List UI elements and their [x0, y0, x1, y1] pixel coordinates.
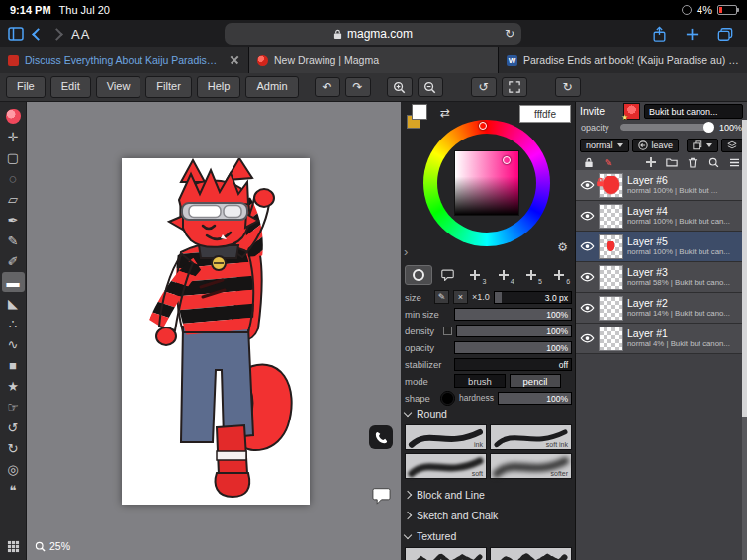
panel-options-button[interactable]: [721, 139, 743, 152]
color-swatches[interactable]: [407, 104, 438, 136]
new-tab-icon[interactable]: [685, 27, 700, 42]
menu-file[interactable]: File: [6, 76, 46, 97]
brush-preset-softer[interactable]: softer: [490, 453, 572, 479]
layer-row-2[interactable]: Layer #2 normal 14% | Bukit but cano...: [576, 293, 742, 324]
primary-color-swatch[interactable]: [412, 104, 427, 120]
share-icon[interactable]: [652, 26, 667, 42]
mode-brush-button[interactable]: brush: [454, 374, 506, 388]
brush-preset-soft-ink[interactable]: soft ink: [490, 424, 572, 450]
layer-row-5[interactable]: Layer #5 normal 100% | Bukit but can...: [576, 232, 742, 262]
size-slider[interactable]: 3.0 px: [494, 291, 572, 304]
forward-button[interactable]: [50, 28, 63, 41]
tab-art-book-doc[interactable]: W Paradise Ends art book! (Kaiju Paradis…: [499, 47, 747, 73]
pencil-tool[interactable]: ✎: [2, 231, 25, 250]
layers-menu-button[interactable]: [726, 156, 742, 169]
collapse-panel-icon[interactable]: ›: [404, 244, 408, 259]
sv-selector-dot[interactable]: [503, 156, 511, 164]
grid-menu-icon[interactable]: [2, 536, 25, 556]
min-size-slider[interactable]: 100%: [454, 308, 572, 321]
layer-visibility-toggle[interactable]: [579, 180, 595, 190]
magma-logo-icon[interactable]: [2, 106, 25, 126]
canvas-area[interactable]: 25%: [27, 102, 401, 560]
reload-icon[interactable]: ↻: [505, 27, 514, 41]
back-button[interactable]: [32, 28, 45, 41]
zoom-in-button[interactable]: [387, 77, 413, 97]
menu-filter[interactable]: Filter: [145, 76, 191, 97]
new-folder-button[interactable]: [664, 156, 680, 169]
menu-view[interactable]: View: [96, 76, 141, 97]
layer-visibility-toggle[interactable]: [579, 333, 595, 343]
shape-tool[interactable]: ■: [2, 355, 25, 375]
leave-button[interactable]: leave: [632, 139, 680, 152]
brush-preset-soft[interactable]: soft: [405, 453, 487, 479]
scrollbar-thumb[interactable]: [742, 120, 747, 417]
duplicate-layer-button[interactable]: [687, 139, 718, 152]
layer-visibility-toggle[interactable]: [579, 241, 595, 251]
artboard[interactable]: [122, 158, 310, 505]
brush-slot-3[interactable]: 3: [462, 265, 488, 285]
layer-opacity-slider[interactable]: [620, 124, 712, 131]
opacity-slider[interactable]: 100%: [454, 341, 572, 354]
section-block-and-line[interactable]: Block and Line: [405, 486, 572, 504]
user-avatar[interactable]: ★: [623, 103, 640, 120]
color-settings-gear-icon[interactable]: ⚙: [557, 240, 568, 254]
redo-button[interactable]: ↷: [345, 77, 371, 97]
comment-tool[interactable]: ❝: [2, 480, 25, 500]
slider-thumb[interactable]: [703, 122, 714, 133]
redo-tool[interactable]: ↻: [2, 438, 25, 458]
search-layers-button[interactable]: [705, 156, 721, 169]
brush-slot-5[interactable]: 5: [518, 265, 544, 285]
layer-row-1[interactable]: Layer #1 normal 4% | Bukit but canon...: [576, 324, 742, 354]
brush-preset-rougher[interactable]: rougher: [490, 547, 572, 560]
tab-close-icon[interactable]: [229, 54, 240, 66]
zoom-indicator[interactable]: 25%: [35, 540, 70, 552]
eraser-tool[interactable]: ▬: [2, 272, 25, 292]
tab-new-drawing[interactable]: New Drawing | Magma: [249, 47, 498, 73]
mode-pencil-button[interactable]: pencil: [510, 374, 561, 388]
menu-edit[interactable]: Edit: [50, 76, 91, 97]
voice-call-button[interactable]: [369, 425, 393, 449]
brush-slot-comment[interactable]: [434, 265, 460, 285]
reader-button[interactable]: AA: [71, 27, 90, 42]
brush-slot-6[interactable]: 6: [546, 265, 572, 285]
blend-mode-dropdown[interactable]: normal: [580, 139, 629, 152]
fill-tool[interactable]: ◣: [2, 293, 25, 313]
layer-visibility-toggle[interactable]: [579, 303, 595, 313]
density-checkbox[interactable]: [443, 327, 452, 335]
brush-preset-ink[interactable]: ink: [405, 424, 487, 450]
hardness-slider[interactable]: 100%: [498, 392, 572, 405]
undo-tool[interactable]: ↺: [2, 418, 25, 437]
pen-tool[interactable]: ✒: [2, 210, 25, 230]
size-x-toggle[interactable]: ×: [453, 290, 468, 304]
layer-row-3[interactable]: Layer #3 normal 58% | Bukit but cano...: [576, 262, 742, 293]
section-textured[interactable]: Textured: [405, 527, 572, 545]
marker-tool[interactable]: ✐: [2, 251, 25, 271]
saturation-value-square[interactable]: [454, 150, 519, 216]
brush-slot-current[interactable]: [405, 265, 432, 285]
tabs-icon[interactable]: [717, 27, 733, 42]
invite-button[interactable]: Invite: [580, 105, 605, 117]
size-pencil-toggle[interactable]: ✎: [434, 290, 449, 304]
zoom-out-button[interactable]: [418, 77, 443, 97]
hand-tool[interactable]: ☞: [2, 397, 25, 417]
marquee-select-tool[interactable]: ▢: [2, 147, 25, 167]
refresh-canvas-button[interactable]: ↻: [555, 77, 581, 97]
menu-admin[interactable]: Admin: [245, 76, 298, 97]
layer-row-6[interactable]: Layer #6 normal 100% | Bukit but ...: [576, 170, 742, 201]
smudge-tool[interactable]: ∿: [2, 334, 25, 354]
transform-tool[interactable]: ▱: [2, 189, 25, 209]
layers-scrollbar[interactable]: [742, 120, 747, 560]
density-slider[interactable]: 100%: [456, 325, 572, 337]
star-tool[interactable]: ★: [2, 376, 25, 396]
user-name[interactable]: Bukit but canon...: [644, 104, 743, 119]
draw-permission-button[interactable]: ✎: [601, 156, 616, 169]
brush-slot-4[interactable]: 4: [491, 265, 516, 285]
hue-selector-dot[interactable]: [479, 122, 487, 130]
brush-preset-rough[interactable]: rough: [405, 547, 487, 560]
swap-colors-icon[interactable]: ⇄: [440, 106, 450, 120]
sidebar-toggle-icon[interactable]: [8, 27, 24, 41]
add-layer-button[interactable]: [643, 156, 659, 169]
layer-visibility-toggle[interactable]: [579, 211, 595, 221]
brush-tip-preview[interactable]: [440, 391, 455, 406]
hex-color-input[interactable]: [519, 105, 571, 123]
